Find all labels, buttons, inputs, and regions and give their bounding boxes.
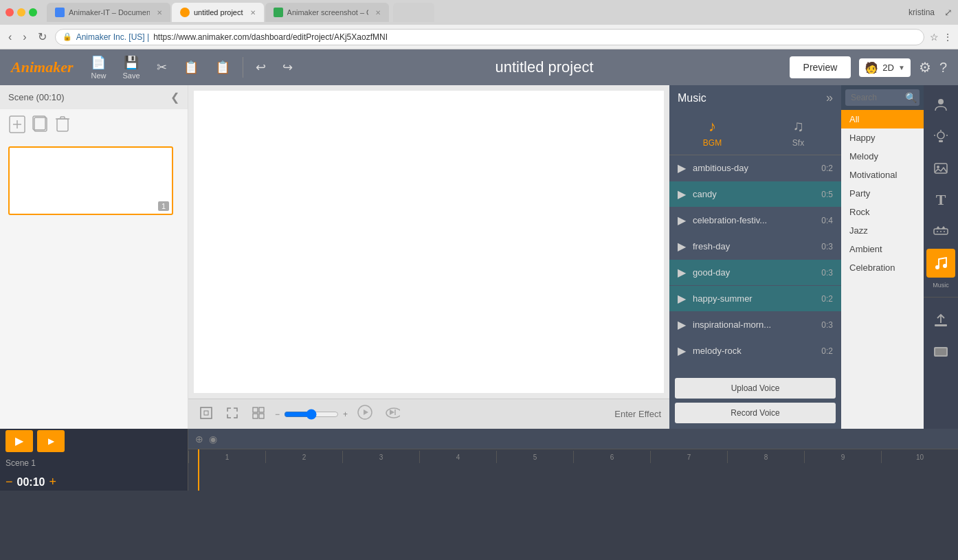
bgm-tab[interactable]: ♪ BGM xyxy=(669,111,755,155)
upload-voice-button[interactable]: Upload Voice xyxy=(675,378,836,399)
track-item-1[interactable]: ▶ candy 0:5 xyxy=(669,181,841,208)
main-content: Scene (00:10) ❮ xyxy=(0,85,958,429)
new-button[interactable]: 📄 New xyxy=(84,52,113,82)
address-bar[interactable]: 🔒 Animaker Inc. [US] | https://www.anima… xyxy=(55,29,924,45)
zoom-control: − + xyxy=(275,409,348,420)
time-decrease-button[interactable]: − xyxy=(5,475,13,489)
track-item-7[interactable]: ▶ melody-rock 0:2 xyxy=(669,338,841,364)
time-increase-button[interactable]: + xyxy=(49,475,56,489)
tab-close-3[interactable]: ✕ xyxy=(375,9,381,16)
genre-item-3[interactable]: Motivational xyxy=(841,166,924,184)
delete-scene-button[interactable] xyxy=(55,115,70,138)
forward-button[interactable]: › xyxy=(20,30,29,45)
save-button[interactable]: 💾 Save xyxy=(115,52,146,82)
browser-tab-2[interactable]: untitled project ✕ xyxy=(172,3,264,22)
text-button[interactable]: T xyxy=(926,186,955,214)
preview-button[interactable]: Preview xyxy=(790,56,851,78)
undo-button[interactable]: ↩ xyxy=(249,57,273,78)
scene-thumbnail-1[interactable]: 1 xyxy=(8,146,173,215)
toolbar-separator-1 xyxy=(243,57,243,78)
back-button[interactable]: ‹ xyxy=(5,30,14,45)
settings-button[interactable]: ⚙ xyxy=(919,59,931,76)
track-play-button-3[interactable]: ▶ xyxy=(678,240,686,253)
genre-item-2[interactable]: Melody xyxy=(841,147,924,166)
track-play-button-0[interactable]: ▶ xyxy=(678,161,686,175)
genre-item-8[interactable]: Celebration xyxy=(841,258,924,277)
genre-item-0[interactable]: All xyxy=(841,110,924,128)
track-item-2[interactable]: ▶ celebration-festiv... 0:4 xyxy=(669,208,841,234)
music-button[interactable] xyxy=(926,249,955,278)
frame-tool-button[interactable] xyxy=(197,403,216,425)
skip-button[interactable] xyxy=(382,402,403,426)
play-all-button[interactable]: ▶ xyxy=(5,430,33,452)
genre-item-7[interactable]: Ambient xyxy=(841,240,924,258)
timeline-icon-2[interactable]: ◉ xyxy=(209,434,217,445)
maximize-traffic-light[interactable] xyxy=(29,8,37,16)
copy-button[interactable]: 📋 xyxy=(177,57,205,78)
genre-list: AllHappyMelodyMotivationalPartyRockJazzA… xyxy=(841,110,924,277)
genre-item-1[interactable]: Happy xyxy=(841,128,924,147)
track-item-3[interactable]: ▶ fresh-day 0:3 xyxy=(669,234,841,260)
track-play-button-5[interactable]: ▶ xyxy=(678,292,686,305)
cut-button[interactable]: ✂ xyxy=(150,57,174,78)
minimize-traffic-light[interactable] xyxy=(17,8,25,16)
track-play-button-7[interactable]: ▶ xyxy=(678,344,686,357)
timeline-icon-1[interactable]: ⊕ xyxy=(195,434,203,445)
fullscreen-button[interactable] xyxy=(223,403,242,425)
menu-icon[interactable]: ⋮ xyxy=(943,32,953,43)
track-play-button-1[interactable]: ▶ xyxy=(678,188,686,201)
music-icon xyxy=(933,255,949,271)
sfx-tab[interactable]: ♫ Sfx xyxy=(755,111,841,155)
play-button[interactable] xyxy=(355,402,375,426)
scene-label: Scene 1 xyxy=(5,458,182,468)
playhead[interactable] xyxy=(198,449,199,491)
track-item-8[interactable]: ▶ old-memories 0:5 xyxy=(669,364,841,372)
tab-close-1[interactable]: ✕ xyxy=(157,9,162,16)
dimension-selector[interactable]: 🧑 2D ▼ xyxy=(859,58,911,77)
tab-close-2[interactable]: ✕ xyxy=(250,9,256,16)
genre-item-5[interactable]: Rock xyxy=(841,203,924,221)
bookmark-icon[interactable]: ☆ xyxy=(930,32,939,43)
music-tabs: ♪ BGM ♫ Sfx xyxy=(669,111,841,155)
track-item-0[interactable]: ▶ ambitious-day 0:2 xyxy=(669,155,841,181)
play-scene-button[interactable]: ▶ xyxy=(37,430,65,452)
search-icon-button[interactable]: 🔍 xyxy=(905,92,917,103)
music-expand-button[interactable]: » xyxy=(826,91,833,105)
upload-button[interactable] xyxy=(926,306,955,335)
add-scene-button[interactable] xyxy=(8,115,26,138)
reload-button[interactable]: ↻ xyxy=(35,29,49,45)
restore-icon[interactable]: ⤢ xyxy=(944,7,953,18)
svg-rect-5 xyxy=(57,119,68,131)
duplicate-scene-button[interactable] xyxy=(32,115,49,138)
track-duration-3: 0:3 xyxy=(821,242,833,251)
scene-number-1: 1 xyxy=(158,201,169,211)
character-button[interactable] xyxy=(926,91,955,120)
scenes-collapse-button[interactable]: ❮ xyxy=(170,91,179,104)
browser-tab-3[interactable]: Animaker screenshot – Googl... ✕ xyxy=(265,3,389,22)
track-item-6[interactable]: ▶ inspirational-morn... 0:3 xyxy=(669,312,841,338)
music-panel-header: Music » xyxy=(669,85,841,111)
redo-button[interactable]: ↪ xyxy=(276,57,300,78)
track-play-button-2[interactable]: ▶ xyxy=(678,214,686,227)
zoom-max-label: + xyxy=(343,410,348,419)
images-button[interactable] xyxy=(926,154,955,183)
background-button[interactable] xyxy=(926,337,955,366)
track-item-5[interactable]: ▶ happy-summer 0:2 xyxy=(669,286,841,312)
grid-button[interactable] xyxy=(249,403,268,425)
zoom-slider[interactable] xyxy=(284,409,339,420)
enter-effect-button[interactable]: Enter Effect xyxy=(614,409,661,419)
record-voice-button[interactable]: Record Voice xyxy=(675,403,836,423)
track-item-4[interactable]: ▶ good-day 0:3 xyxy=(669,260,841,286)
genre-item-4[interactable]: Party xyxy=(841,184,924,203)
track-duration-0: 0:2 xyxy=(821,164,833,173)
track-play-button-6[interactable]: ▶ xyxy=(678,318,686,331)
tab-favicon-2 xyxy=(180,8,190,17)
help-button[interactable]: ? xyxy=(939,60,947,76)
genre-item-6[interactable]: Jazz xyxy=(841,221,924,240)
track-play-button-4[interactable]: ▶ xyxy=(678,266,686,279)
props-button[interactable] xyxy=(926,122,955,151)
close-traffic-light[interactable] xyxy=(5,8,14,16)
icons-button[interactable] xyxy=(926,217,955,246)
paste-button[interactable]: 📋 xyxy=(208,57,237,78)
browser-tab-1[interactable]: Animaker-IT – Documenti Go... ✕ xyxy=(47,3,170,22)
